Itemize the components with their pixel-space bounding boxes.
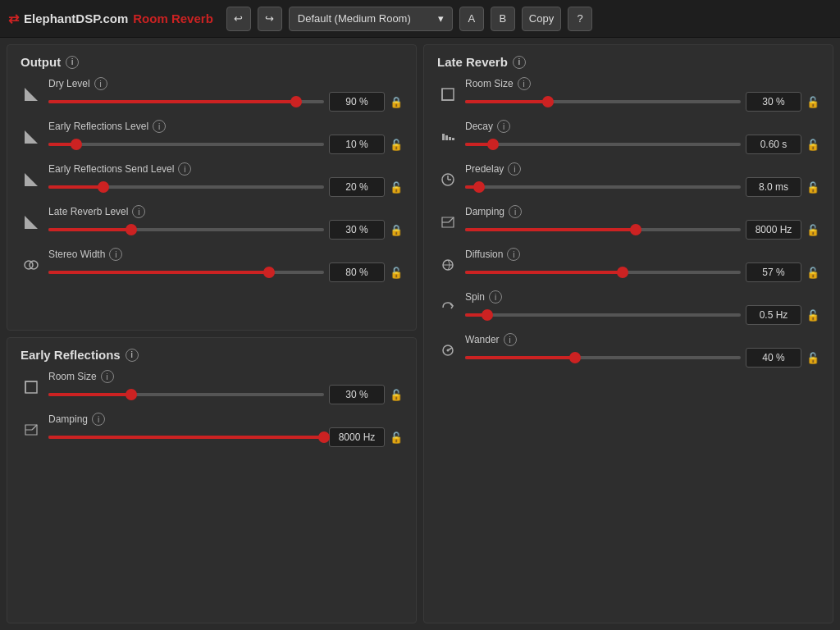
early-refl-send-content: Early Reflections Send Level i 20 % 🔓 — [48, 162, 403, 197]
lr-diffusion-content: Diffusion i 57 % 🔓 — [465, 248, 819, 282]
early-refl-send-lock-icon[interactable]: 🔓 — [390, 181, 403, 194]
stereo-width-slider[interactable] — [48, 271, 324, 274]
ab-a-button[interactable]: A — [459, 7, 484, 31]
svg-rect-8 — [445, 135, 448, 140]
lr-room-size-lock-icon[interactable]: 🔓 — [806, 96, 819, 108]
dry-level-row: Dry Level i 90 % 🔒 — [21, 77, 403, 112]
lr-spin-lock-icon[interactable]: 🔓 — [806, 309, 819, 322]
preset-dropdown[interactable]: Default (Medium Room) ▾ — [289, 7, 453, 31]
er-damping-slider-row: 8000 Hz 🔓 — [48, 427, 403, 447]
dry-level-lock-icon[interactable]: 🔒 — [390, 96, 403, 108]
stereo-width-lock-icon[interactable]: 🔓 — [390, 267, 403, 279]
late-reverb-level-value[interactable]: 30 % — [329, 220, 385, 240]
stereo-width-info-icon[interactable]: i — [109, 248, 122, 261]
lr-damping-slider[interactable] — [465, 228, 741, 231]
er-room-size-icon — [21, 379, 42, 395]
lr-decay-info-icon[interactable]: i — [497, 120, 510, 133]
svg-line-16 — [449, 217, 454, 222]
svg-point-5 — [30, 261, 38, 269]
lr-wander-slider[interactable] — [465, 356, 741, 359]
er-damping-slider[interactable] — [48, 436, 324, 439]
lr-decay-lock-icon[interactable]: 🔓 — [806, 139, 819, 151]
late-reverb-info-icon[interactable]: i — [513, 56, 526, 69]
lr-wander-info-icon[interactable]: i — [504, 333, 517, 346]
lr-diffusion-slider-row: 57 % 🔓 — [465, 262, 819, 282]
lr-room-size-row: Room Size i 30 % 🔓 — [437, 77, 819, 112]
dry-level-value[interactable]: 90 % — [329, 92, 385, 112]
logo: ⇄ ElephantDSP.com Room Reverb — [8, 11, 213, 26]
output-info-icon[interactable]: i — [66, 56, 79, 69]
lr-room-size-label: Room Size i — [465, 77, 819, 90]
undo-button[interactable]: ↩ — [226, 7, 251, 31]
lr-room-size-value[interactable]: 30 % — [746, 92, 801, 112]
lr-spin-label: Spin i — [465, 290, 819, 304]
late-reverb-level-slider[interactable] — [48, 228, 324, 231]
lr-damping-value[interactable]: 8000 Hz — [746, 220, 801, 240]
lr-spin-content: Spin i 0.5 Hz 🔓 — [465, 290, 819, 325]
lr-predelay-value[interactable]: 8.0 ms — [746, 177, 801, 197]
lr-damping-info-icon[interactable]: i — [509, 205, 522, 218]
early-refl-level-content: Early Reflections Level i 10 % 🔓 — [48, 120, 403, 154]
lr-wander-lock-icon[interactable]: 🔓 — [806, 352, 819, 364]
er-room-size-slider[interactable] — [48, 393, 324, 396]
er-damping-lock-icon[interactable]: 🔓 — [390, 431, 403, 444]
early-refl-level-value[interactable]: 10 % — [329, 135, 385, 154]
lr-damping-row: Damping i 8000 Hz 🔓 — [437, 205, 819, 240]
lr-spin-slider-row: 0.5 Hz 🔓 — [465, 305, 819, 325]
lr-predelay-info-icon[interactable]: i — [508, 162, 521, 176]
svg-marker-0 — [25, 88, 38, 101]
lr-predelay-slider[interactable] — [465, 185, 741, 189]
svg-rect-6 — [442, 89, 454, 100]
early-refl-level-lock-icon[interactable]: 🔓 — [390, 139, 403, 151]
stereo-width-row: Stereo Width i 80 % 🔓 — [21, 248, 403, 282]
er-room-size-value[interactable]: 30 % — [329, 385, 385, 404]
early-refl-send-label: Early Reflections Send Level i — [48, 162, 403, 176]
early-refl-level-label: Early Reflections Level i — [48, 120, 403, 133]
lr-room-size-slider-row: 30 % 🔓 — [465, 92, 819, 112]
lr-diffusion-lock-icon[interactable]: 🔓 — [806, 267, 819, 279]
early-refl-send-info-icon[interactable]: i — [178, 162, 191, 176]
early-refl-send-slider[interactable] — [48, 185, 324, 189]
copy-button[interactable]: Copy — [522, 7, 561, 31]
dry-level-content: Dry Level i 90 % 🔒 — [48, 77, 403, 112]
dry-level-slider[interactable] — [48, 100, 324, 103]
early-reflections-info-icon[interactable]: i — [126, 349, 139, 362]
lr-spin-slider[interactable] — [465, 313, 741, 317]
lr-predelay-lock-icon[interactable]: 🔓 — [806, 181, 819, 194]
er-damping-info-icon[interactable]: i — [92, 413, 105, 426]
lr-diffusion-value[interactable]: 57 % — [746, 262, 801, 282]
early-refl-level-info-icon[interactable]: i — [153, 120, 166, 133]
late-reverb-level-info-icon[interactable]: i — [132, 205, 145, 218]
stereo-width-value[interactable]: 80 % — [329, 262, 385, 282]
lr-decay-value[interactable]: 0.60 s — [746, 135, 801, 154]
lr-predelay-slider-row: 8.0 ms 🔓 — [465, 177, 819, 197]
lr-damping-lock-icon[interactable]: 🔓 — [806, 224, 819, 236]
lr-spin-value[interactable]: 0.5 Hz — [746, 305, 801, 325]
svg-marker-2 — [25, 173, 38, 186]
lr-damping-content: Damping i 8000 Hz 🔓 — [465, 205, 819, 240]
help-button[interactable]: ? — [568, 7, 592, 31]
lr-damping-icon — [437, 214, 459, 231]
ab-b-button[interactable]: B — [491, 7, 515, 31]
lr-diffusion-slider[interactable] — [465, 271, 741, 274]
lr-decay-row: Decay i 0.60 s 🔓 — [437, 120, 819, 154]
early-reflections-title-text: Early Reflections — [21, 348, 121, 362]
early-refl-level-slider[interactable] — [48, 143, 324, 146]
late-reverb-level-lock-icon[interactable]: 🔒 — [390, 224, 403, 236]
lr-diffusion-info-icon[interactable]: i — [507, 248, 520, 261]
dry-level-info-icon[interactable]: i — [94, 77, 107, 90]
main-content: Output i Dry Level i 90 % 🔒 — [0, 38, 840, 630]
early-refl-send-value[interactable]: 20 % — [329, 177, 385, 197]
er-damping-value[interactable]: 8000 Hz — [329, 427, 385, 447]
lr-room-size-slider[interactable] — [465, 100, 741, 103]
redo-button[interactable]: ↪ — [258, 7, 282, 31]
lr-wander-value[interactable]: 40 % — [746, 348, 801, 368]
lr-room-size-info-icon[interactable]: i — [518, 77, 531, 90]
lr-spin-info-icon[interactable]: i — [489, 290, 502, 304]
svg-rect-9 — [449, 137, 451, 140]
er-room-size-info-icon[interactable]: i — [101, 370, 114, 383]
er-room-size-lock-icon[interactable]: 🔓 — [390, 389, 403, 401]
er-room-size-content: Room Size i 30 % 🔓 — [48, 370, 403, 404]
early-refl-level-icon — [21, 129, 42, 145]
lr-decay-slider[interactable] — [465, 143, 741, 146]
